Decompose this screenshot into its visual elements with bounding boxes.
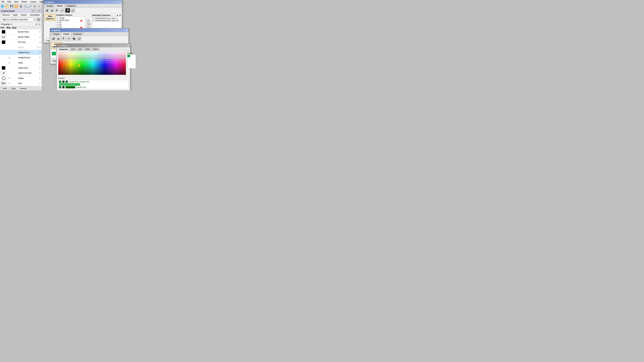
color-cell-77[interactable] [96, 57, 99, 59]
recent-cell-0[interactable] [128, 55, 130, 57]
ctab-hsl[interactable]: HSL [77, 48, 84, 51]
color-cell-120[interactable] [58, 61, 60, 63]
color-cell-175[interactable] [115, 63, 117, 66]
color-cell-17[interactable] [96, 52, 99, 54]
color-cell-178[interactable] [122, 63, 124, 66]
chart-badge-1[interactable]: 1 [52, 52, 56, 55]
color-cell-234[interactable] [112, 68, 115, 70]
btn-check[interactable]: ✓ [38, 4, 41, 8]
color-cell-291[interactable] [106, 72, 108, 75]
color-cell-73[interactable] [88, 57, 90, 59]
recent-cell-8[interactable] [133, 60, 136, 63]
color-cell-229[interactable] [101, 68, 103, 70]
color-cell-83[interactable] [110, 57, 112, 59]
color-cell-211[interactable] [60, 68, 63, 70]
color-cell-4[interactable] [67, 52, 70, 54]
color-cell-261[interactable] [106, 70, 108, 72]
color-cell-172[interactable] [108, 63, 110, 66]
color-cell-269[interactable] [124, 70, 126, 72]
color-cell-157[interactable] [74, 63, 76, 66]
color-cell-242[interactable] [63, 70, 65, 72]
color-cell-218[interactable] [76, 68, 78, 70]
color-cell-115[interactable] [115, 59, 117, 61]
btn-globe[interactable]: 🌐 [1, 4, 4, 8]
color-cell-161[interactable] [83, 63, 85, 66]
color-cell-132[interactable] [85, 61, 88, 63]
color-cell-194[interactable] [90, 66, 92, 68]
color-grid[interactable] [58, 52, 126, 75]
color-cell-67[interactable] [74, 57, 76, 59]
color-cell-245[interactable] [70, 70, 72, 72]
color-cell-102[interactable] [85, 59, 88, 61]
color-cell-177[interactable] [119, 63, 122, 66]
color-cell-61[interactable] [60, 57, 63, 59]
color-cell-201[interactable] [106, 66, 108, 68]
color-cell-212[interactable] [63, 68, 65, 70]
color-cell-164[interactable] [90, 63, 92, 66]
graphics-dialog-2-close[interactable]: ✕ [126, 29, 128, 31]
color-cell-237[interactable] [119, 68, 122, 70]
color-cell-186[interactable] [72, 66, 74, 68]
color-cell-190[interactable] [81, 66, 83, 68]
bottom-tab-network[interactable]: Network [18, 87, 29, 90]
d2-chart-stacked[interactable] [56, 36, 61, 41]
color-cell-124[interactable] [67, 61, 70, 63]
color-cell-55[interactable] [115, 54, 117, 57]
color-cell-280[interactable] [81, 72, 83, 75]
bottom-tab-edge[interactable]: Edge [10, 87, 18, 90]
color-cell-81[interactable] [106, 57, 108, 59]
color-cell-130[interactable] [81, 61, 83, 63]
color-cell-298[interactable] [122, 72, 124, 75]
color-cell-289[interactable] [101, 72, 103, 75]
color-cell-203[interactable] [110, 66, 112, 68]
color-cell-134[interactable] [90, 61, 92, 63]
recent-cell-13[interactable] [130, 66, 133, 68]
color-cell-51[interactable] [106, 54, 108, 57]
color-cell-39[interactable] [78, 54, 81, 57]
color-cell-221[interactable] [83, 68, 85, 70]
color-cell-118[interactable] [122, 59, 124, 61]
color-cell-202[interactable] [108, 66, 110, 68]
graphics-dialog-1-close[interactable]: ✕ [119, 1, 121, 3]
color-cell-183[interactable] [65, 66, 67, 68]
color-cell-232[interactable] [108, 68, 110, 70]
sel-col-2[interactable]: 2. GNPSGROUP:More_than_30 [92, 19, 120, 22]
dtab-gradients-1[interactable]: Gradients [65, 4, 77, 7]
color-cell-121[interactable] [60, 61, 63, 63]
color-cell-9[interactable] [78, 52, 81, 54]
color-cell-152[interactable] [63, 63, 65, 66]
recent-cell-1[interactable] [130, 55, 133, 57]
color-cell-20[interactable] [103, 52, 106, 54]
color-cell-174[interactable] [112, 63, 115, 66]
btn-grid[interactable]: ⊞ [19, 4, 23, 8]
color-cell-101[interactable] [83, 59, 85, 61]
recent-cell-6[interactable] [128, 60, 130, 63]
color-cell-204[interactable] [112, 66, 115, 68]
color-cell-169[interactable] [101, 63, 103, 66]
color-cell-299[interactable] [124, 72, 126, 75]
color-cell-224[interactable] [90, 68, 92, 70]
color-cell-19[interactable] [101, 52, 103, 54]
btn-zoom-out[interactable]: 🔎 [28, 4, 32, 8]
tab-select[interactable]: Select [20, 13, 28, 16]
color-cell-185[interactable] [70, 66, 72, 68]
color-cell-3[interactable] [65, 52, 67, 54]
tab-annotation[interactable]: Annotation [28, 13, 42, 16]
color-cell-94[interactable] [67, 59, 70, 61]
recent-cell-9[interactable] [128, 63, 130, 65]
border-paint-color[interactable] [2, 30, 5, 34]
color-cell-103[interactable] [88, 59, 90, 61]
color-cell-278[interactable] [76, 72, 78, 75]
color-cell-281[interactable] [83, 72, 85, 75]
color-cell-58[interactable] [122, 54, 124, 57]
color-cell-85[interactable] [115, 57, 117, 59]
label-font-size-val[interactable]: 12 [1, 71, 6, 75]
color-cell-222[interactable] [85, 68, 88, 70]
color-cell-137[interactable] [96, 61, 99, 63]
color-cell-191[interactable] [83, 66, 85, 68]
color-cell-171[interactable] [106, 63, 108, 66]
selected-col-up[interactable]: ▲ [116, 14, 118, 16]
tab-network[interactable]: Network [1, 13, 11, 16]
color-cell-167[interactable] [96, 63, 99, 66]
color-cell-68[interactable] [76, 57, 78, 59]
